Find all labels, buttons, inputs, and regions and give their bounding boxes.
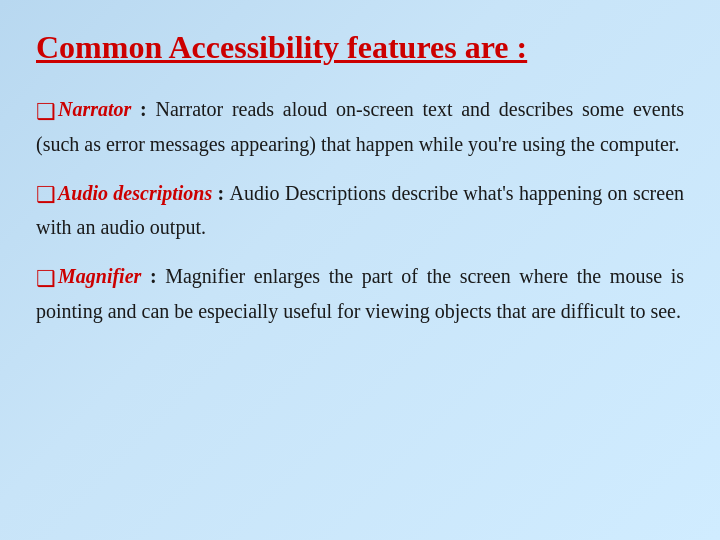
list-item-narrator: ❑Narrator : Narrator reads aloud on-scre… <box>36 94 684 159</box>
page-title: Common Accessibility features are : <box>36 28 684 66</box>
content-area: ❑Narrator : Narrator reads aloud on-scre… <box>36 94 684 326</box>
narrator-colon: : <box>131 98 155 120</box>
audio-label: Audio descriptions <box>58 182 212 204</box>
list-item-magnifier: ❑Magnifier : Magnifier enlarges the part… <box>36 261 684 326</box>
bullet-audio: ❑ <box>36 178 56 212</box>
audio-colon: : <box>212 182 229 204</box>
bullet-magnifier: ❑ <box>36 262 56 296</box>
bullet-narrator: ❑ <box>36 95 56 129</box>
narrator-label: Narrator <box>58 98 131 120</box>
list-item-audio: ❑Audio descriptions : Audio Descriptions… <box>36 178 684 243</box>
magnifier-colon: : <box>141 265 165 287</box>
magnifier-label: Magnifier <box>58 265 141 287</box>
